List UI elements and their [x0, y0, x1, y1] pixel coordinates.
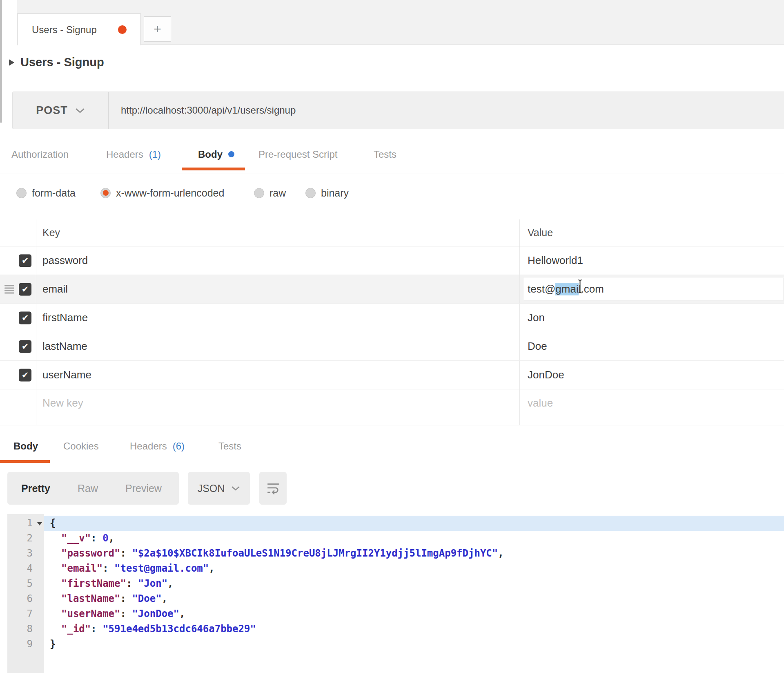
tab-headers[interactable]: Headers(1) — [106, 135, 161, 174]
tab-label: Pre-request Script — [258, 149, 337, 160]
method-dropdown[interactable]: POST — [13, 92, 109, 129]
tab-cookies[interactable]: Cookies — [63, 429, 99, 463]
param-checkbox[interactable]: ✔ — [19, 254, 31, 267]
param-value-cell[interactable]: Helloworld1 — [519, 246, 784, 275]
tab-count-badge: (6) — [173, 440, 185, 452]
window-top-strip — [17, 0, 784, 13]
url-input[interactable]: http://localhost:3000/api/v1/users/signu… — [109, 92, 784, 129]
body-mode-binary[interactable]: binary — [305, 174, 349, 212]
chevron-down-icon — [231, 486, 240, 491]
token-punc: : — [91, 623, 102, 635]
line-number: 6 — [27, 591, 33, 606]
radio-unselected-icon[interactable] — [305, 188, 316, 198]
body-mode-label: binary — [321, 187, 349, 199]
body-mode-raw[interactable]: raw — [254, 174, 286, 212]
line-number-cell: 8 — [7, 622, 44, 637]
token-punc: : — [91, 532, 102, 544]
radio-selected-icon[interactable] — [100, 188, 111, 198]
param-checkbox[interactable]: ✔ — [19, 340, 31, 353]
body-mode-x-www-form-urlencoded[interactable]: x-www-form-urlencoded — [100, 174, 224, 212]
code-text: "userName": "JonDoe", — [44, 606, 784, 622]
token-num: 0 — [102, 532, 108, 544]
request-title: Users - Signup — [20, 56, 104, 69]
token-key: "firstName" — [61, 578, 126, 589]
tab-label: Headers — [106, 149, 143, 160]
param-checkbox[interactable]: ✔ — [19, 283, 31, 295]
param-checkbox[interactable]: ✔ — [19, 311, 31, 324]
urlencoded-params-table: Key Value ✔passwordHelloworld1✔emailtest… — [0, 219, 784, 425]
code-text: "email": "test@gmail.com", — [44, 561, 784, 576]
view-mode-raw[interactable]: Raw — [78, 472, 98, 505]
param-value-text: Doe — [528, 340, 547, 353]
param-value-cell[interactable]: test@gmail.com — [519, 275, 784, 303]
param-key-cell[interactable]: lastName — [36, 332, 519, 360]
token-str: "JonDoe" — [132, 608, 179, 619]
code-line: 3"password": "$2a$10$XBCIk8IufoaULeS1N19… — [7, 546, 784, 561]
param-value-text: Jon — [528, 311, 545, 324]
tab-body[interactable]: Body — [198, 135, 234, 174]
tab-authorization[interactable]: Authorization — [11, 135, 69, 174]
code-line: 5"firstName": "Jon", — [7, 576, 784, 591]
code-text: "firstName": "Jon", — [44, 576, 784, 591]
param-value-edit-input[interactable]: test@gmail.com — [524, 278, 784, 300]
param-value-cell[interactable]: Jon — [519, 304, 784, 332]
response-body-viewer: 1{2"__v": 0,3"password": "$2a$10$XBCIk8I… — [7, 514, 784, 673]
token-key: "_id" — [61, 623, 91, 635]
radio-unselected-icon[interactable] — [254, 188, 264, 198]
body-mode-form-data[interactable]: form-data — [16, 174, 76, 212]
code-line: 1{ — [7, 516, 784, 531]
code-text: "password": "$2a$10$XBCIk8IufoaULeS1N19C… — [44, 546, 784, 561]
wrap-text-button[interactable] — [259, 472, 287, 505]
drag-handle-icon[interactable] — [4, 284, 14, 295]
new-value-input[interactable]: value — [519, 389, 784, 425]
param-key-cell[interactable]: userName — [36, 361, 519, 389]
param-checkbox[interactable]: ✔ — [19, 369, 31, 381]
token-punc: , — [167, 578, 173, 589]
new-key-input[interactable]: New key — [36, 389, 519, 425]
param-row-controls: ✔ — [0, 275, 36, 303]
param-row-email: ✔emailtest@gmail.com — [0, 275, 784, 304]
tab-label: Tests — [374, 149, 396, 160]
line-number: 9 — [27, 637, 33, 652]
line-number: 3 — [27, 546, 33, 561]
tab-tests[interactable]: Tests — [374, 135, 396, 174]
tab-body[interactable]: Body — [13, 429, 38, 463]
view-mode-preview[interactable]: Preview — [125, 472, 162, 505]
fold-arrow-icon[interactable] — [37, 522, 42, 525]
tab-tests[interactable]: Tests — [218, 429, 241, 463]
token-key: "email" — [61, 563, 102, 574]
unsaved-body-dot — [228, 151, 234, 157]
key-column-header: Key — [36, 219, 519, 246]
new-tab-button[interactable]: + — [144, 16, 171, 42]
checkbox-column-header — [0, 219, 36, 246]
param-key-cell[interactable]: email — [36, 275, 519, 303]
view-mode-pretty[interactable]: Pretty — [21, 472, 50, 505]
tab-label: Tests — [218, 440, 241, 452]
new-param-row: New key value — [0, 389, 784, 425]
param-row-controls: ✔ — [0, 332, 36, 360]
param-key-cell[interactable]: firstName — [36, 304, 519, 332]
token-punc: : — [126, 578, 138, 589]
radio-unselected-icon[interactable] — [16, 188, 27, 198]
line-number: 4 — [27, 561, 33, 576]
param-row-username: ✔userNameJonDoe — [0, 361, 784, 389]
token-key: "password" — [61, 548, 120, 559]
token-punc: : — [120, 593, 132, 604]
param-value-cell[interactable]: Doe — [519, 332, 784, 360]
tab-pre-request-script[interactable]: Pre-request Script — [258, 135, 337, 174]
plus-icon: + — [154, 22, 161, 37]
collection-expand-arrow-icon[interactable] — [9, 59, 14, 66]
param-value-cell[interactable]: JonDoe — [519, 361, 784, 389]
body-mode-label: x-www-form-urlencoded — [116, 187, 224, 199]
token-str: "591e4ed5b13cdc646a7bbe29" — [102, 623, 256, 635]
tab-headers[interactable]: Headers(6) — [130, 429, 185, 463]
param-key-cell[interactable]: password — [36, 246, 519, 275]
tab-count-badge: (1) — [149, 149, 161, 160]
param-row-firstname: ✔firstNameJon — [0, 304, 784, 332]
tab-label: Body — [13, 440, 38, 452]
request-tab-users-signup[interactable]: Users - Signup — [17, 13, 141, 45]
response-section-tabs: BodyCookiesHeaders(6)Tests — [0, 429, 784, 463]
value-text: test@ — [528, 283, 555, 295]
format-dropdown[interactable]: JSON — [188, 472, 250, 505]
line-number-cell: 5 — [7, 576, 44, 591]
